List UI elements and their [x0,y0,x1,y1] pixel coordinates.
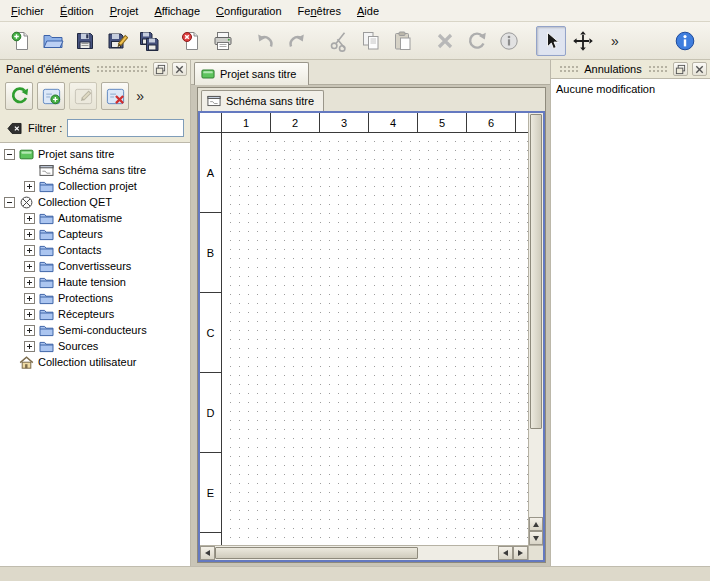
project-tab-bar: Projet sans titre [191,60,550,85]
tree-item-label: Automatisme [58,212,122,224]
undo-list[interactable]: Aucune modification [551,78,710,566]
dock-drag-handle[interactable] [648,65,667,74]
elements-panel-float-button[interactable] [153,62,168,76]
tree-item[interactable]: Récepteurs [0,306,190,322]
redo-button [282,26,312,56]
menu-item-edition[interactable]: Édition [52,2,102,20]
menu-item-projet[interactable]: Projet [102,2,147,20]
row-header-cell: D [200,373,221,453]
horizontal-scrollbar[interactable] [200,545,528,560]
project-area: Projet sans titre Schéma sans titre 1234… [191,60,550,566]
tree-item-label: Schéma sans titre [58,164,146,176]
expand-icon[interactable] [24,261,35,272]
collapse-icon[interactable] [4,149,15,160]
tab-project[interactable]: Projet sans titre [194,62,309,85]
floppy-edit-icon [106,30,128,52]
about-qet-button[interactable] [670,26,700,56]
filter-input[interactable] [67,119,184,137]
delete-element-button[interactable] [101,82,129,110]
elements-panel-close-button[interactable] [172,62,187,76]
menu-item-fichier[interactable]: Fichier [3,2,52,20]
expand-icon[interactable] [24,341,35,352]
expand-icon[interactable] [24,213,35,224]
dock-drag-handle[interactable] [96,65,147,74]
tree-item[interactable]: Haute tension [0,274,190,290]
expand-icon[interactable] [24,229,35,240]
save-button[interactable] [70,26,100,56]
doc-close-icon [180,30,202,52]
tab-schema[interactable]: Schéma sans titre [201,90,324,111]
tree-item[interactable]: Contacts [0,242,190,258]
project-subwindow: Schéma sans titre 123456 ABCDE [197,87,546,563]
horizontal-scrollbar-thumb[interactable] [215,547,418,559]
schema-view[interactable]: 123456 ABCDE [198,111,545,562]
print-button[interactable] [208,26,238,56]
main-toolbar: » [0,22,710,60]
scroll-right-button[interactable] [513,546,528,560]
expand-icon[interactable] [24,293,35,304]
dock-drag-handle[interactable] [559,65,578,74]
vertical-scrollbar-thumb[interactable] [530,114,542,429]
reload-collections-button[interactable] [5,82,33,110]
arrow-undo-icon [254,30,276,52]
tree-item[interactable]: Collection utilisateur [0,354,190,370]
folder-icon [39,307,54,322]
tree-item[interactable]: Protections [0,290,190,306]
expand-icon[interactable] [24,277,35,288]
open-project-button[interactable] [38,26,68,56]
tree-item[interactable]: Sources [0,338,190,354]
tree-item[interactable]: Capteurs [0,226,190,242]
undo-panel-close-button[interactable] [692,62,707,76]
new-element-button[interactable] [37,82,65,110]
tree-item-label: Capteurs [58,228,103,240]
toolbar-overflow-button[interactable]: » [600,26,630,56]
filter-clear-icon[interactable] [6,120,23,137]
collapse-icon[interactable] [4,197,15,208]
folder-icon [39,211,54,226]
vertical-scrollbar[interactable] [528,113,543,545]
triangle-up-icon [533,522,539,527]
rotate-icon [466,30,488,52]
copy-icon [360,30,382,52]
scroll-left-button[interactable] [200,546,215,560]
undo-panel-title: Annulations [584,63,642,75]
schema-icon [39,163,54,178]
scroll-left-button-2[interactable] [498,546,513,560]
menu-item-fenetres[interactable]: Fenêtres [290,2,349,20]
tree-item[interactable]: Schéma sans titre [0,162,190,178]
row-header-cell: C [200,293,221,373]
toolbar-group [324,26,418,56]
tree-item[interactable]: Projet sans titre [0,146,190,162]
save-as-button[interactable] [102,26,132,56]
scroll-up-button[interactable] [529,517,543,531]
panel-overflow-button[interactable]: » [133,81,151,111]
elements-panel-toolbar: » [0,78,190,114]
menu-item-aide[interactable]: Aide [349,2,387,20]
close-project-button[interactable] [176,26,206,56]
expand-icon[interactable] [24,309,35,320]
schema-tab-bar: Schéma sans titre [198,88,545,111]
menu-item-configuration[interactable]: Configuration [208,2,289,20]
undo-panel-float-button[interactable] [673,62,688,76]
element-new-icon [41,86,62,107]
scroll-down-button[interactable] [529,531,543,545]
schema-grid[interactable] [222,133,528,545]
element-delete-icon [105,86,126,107]
tree-item[interactable]: Automatisme [0,210,190,226]
select-mode-button[interactable] [536,26,566,56]
schema-sheet[interactable]: 123456 ABCDE [200,113,528,545]
scrollbar-track[interactable] [418,546,498,560]
menu-item-affichage[interactable]: Affichage [146,2,208,20]
save-all-button[interactable] [134,26,164,56]
tree-item-label: Convertisseurs [58,260,131,272]
expand-icon[interactable] [24,245,35,256]
tree-item[interactable]: Collection projet [0,178,190,194]
expand-icon[interactable] [24,181,35,192]
tree-item[interactable]: Semi-conducteurs [0,322,190,338]
pan-mode-button[interactable] [568,26,598,56]
new-project-button[interactable] [6,26,36,56]
tree-item[interactable]: Collection QET [0,194,190,210]
element-edit-icon [73,86,94,107]
expand-icon[interactable] [24,325,35,336]
tree-item[interactable]: Convertisseurs [0,258,190,274]
